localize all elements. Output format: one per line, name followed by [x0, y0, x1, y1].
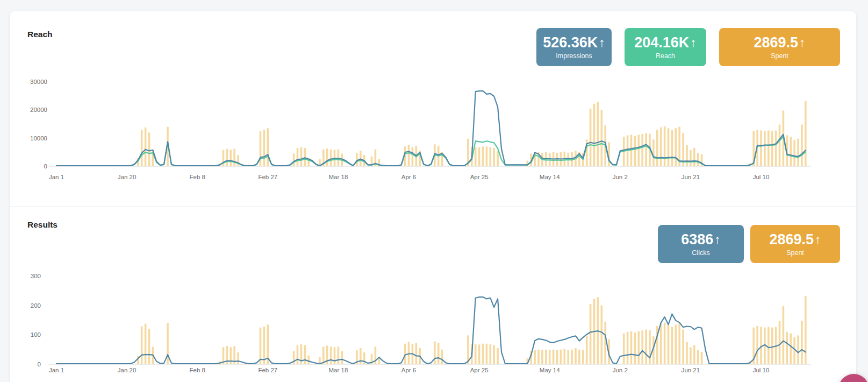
- spent-bar: [805, 101, 807, 166]
- spent-bar: [693, 345, 695, 365]
- spent-bar: [764, 131, 766, 166]
- x-axis-tick-label: Jan 1: [49, 367, 64, 373]
- spent-bar: [671, 327, 673, 364]
- spent-kpi-value: 2869.5: [769, 232, 814, 247]
- spent-bar: [790, 137, 792, 166]
- spent-bar: [556, 350, 558, 364]
- spent-bar: [490, 147, 492, 166]
- x-axis-tick-label: May 14: [540, 174, 560, 180]
- spent-bar: [230, 150, 232, 166]
- spent-bar: [148, 329, 150, 364]
- spent-bar: [141, 130, 143, 167]
- spent-bar: [660, 128, 662, 166]
- spent-bar: [601, 110, 603, 166]
- x-axis-tick-label: Jun 2: [613, 174, 628, 180]
- reach-kpi-label: Reach: [656, 52, 675, 60]
- spent-bar: [590, 304, 592, 364]
- section-divider: [10, 207, 856, 207]
- reach-chart[interactable]: 0100002000030000Jan 1Jan 20Feb 8Feb 27Ma…: [10, 73, 848, 189]
- y-axis-tick-label: 100: [31, 331, 41, 338]
- x-axis-tick-label: Jan 20: [118, 367, 137, 373]
- results-kpi-badges: 6386 ↑ Clicks 2869.5 ↑ Spent: [658, 225, 840, 263]
- spent-bar: [649, 330, 651, 364]
- spent-bar: [437, 343, 440, 364]
- spent-bar: [779, 125, 781, 167]
- spent-bar: [645, 330, 647, 365]
- spent-bar: [334, 347, 336, 364]
- spent-bar: [537, 350, 540, 364]
- spent-bar: [263, 130, 266, 166]
- reach-section-title: Reach: [27, 30, 53, 39]
- spent-bar: [645, 133, 647, 166]
- spent-bar: [482, 344, 484, 364]
- spent-bar: [478, 147, 480, 166]
- spent-bar: [771, 131, 773, 166]
- spent-bar: [671, 130, 673, 166]
- spent-bar: [415, 343, 418, 364]
- spent-bar: [693, 148, 695, 166]
- up-arrow-icon: ↑: [599, 35, 605, 51]
- clicks-line: [56, 297, 806, 364]
- x-axis-tick-label: Jan 1: [49, 174, 64, 180]
- spent-bar: [590, 109, 592, 166]
- results-chart[interactable]: 0100200300Jan 1Jan 20Feb 8Feb 27Mar 18Ap…: [10, 264, 848, 380]
- x-axis-tick-label: Apr 6: [401, 174, 417, 180]
- y-axis-tick-label: 10000: [30, 135, 47, 142]
- x-axis-tick-label: Feb 8: [189, 174, 205, 180]
- spent-bar: [604, 322, 606, 364]
- spent-bar: [601, 306, 603, 364]
- spent-bar: [493, 148, 495, 166]
- x-axis-tick-label: Apr 25: [470, 367, 489, 373]
- spent-kpi-label: Spent: [771, 52, 788, 60]
- reach-kpi-badge: 204.16K ↑ Reach: [625, 28, 706, 66]
- spent-bar: [482, 146, 484, 166]
- spent-bar: [771, 328, 773, 364]
- spent-bar: [167, 323, 169, 365]
- x-axis-tick-label: Feb 27: [258, 174, 277, 180]
- impressions-kpi-label: Impressions: [556, 52, 592, 60]
- spent-bar: [597, 102, 599, 166]
- up-arrow-icon: ↑: [799, 35, 806, 51]
- up-arrow-icon: ↑: [815, 232, 821, 247]
- spent-bar: [575, 348, 577, 364]
- x-axis-tick-label: Jul 10: [753, 367, 770, 373]
- spent-bar: [630, 135, 633, 166]
- spent-bar: [582, 350, 584, 364]
- spent-bar: [690, 150, 692, 166]
- x-axis-tick-label: Mar 18: [329, 367, 348, 373]
- up-arrow-icon: ↑: [714, 232, 721, 247]
- y-axis-tick-label: 300: [31, 273, 41, 279]
- spent-bar: [297, 148, 299, 166]
- spent-bar: [304, 148, 306, 166]
- spent-bar: [486, 146, 488, 166]
- spent-bar: [441, 350, 443, 364]
- x-axis-tick-label: Jun 2: [613, 367, 628, 373]
- spent-bar: [237, 155, 239, 166]
- spent-bar: [652, 139, 655, 166]
- spent-bar: [553, 350, 555, 364]
- spent-bar: [767, 131, 770, 167]
- spent-bar: [412, 147, 414, 166]
- spent-bar: [434, 341, 436, 364]
- spent-bar: [668, 128, 670, 166]
- x-axis-tick-label: Apr 25: [470, 174, 489, 180]
- spent-bar: [801, 125, 803, 167]
- spent-bar: [664, 322, 666, 364]
- spent-bar: [797, 335, 799, 364]
- y-axis-tick-label: 0: [44, 163, 47, 169]
- spent-bar: [641, 134, 643, 166]
- spent-bar: [797, 139, 799, 166]
- x-axis-tick-label: May 14: [540, 367, 560, 373]
- spent-bar: [549, 350, 551, 364]
- x-axis-tick-label: Apr 6: [401, 367, 417, 373]
- spent-bar: [793, 337, 795, 364]
- spent-bar: [237, 352, 239, 364]
- spent-bar: [475, 344, 477, 364]
- x-axis-tick-label: Jan 20: [118, 174, 137, 180]
- spent-bar: [623, 334, 625, 364]
- spent-bar: [801, 321, 803, 364]
- spent-bar: [638, 331, 640, 364]
- spent-bar: [790, 334, 792, 364]
- clicks-kpi-value: 6386: [681, 232, 713, 247]
- spent-bar: [564, 349, 566, 364]
